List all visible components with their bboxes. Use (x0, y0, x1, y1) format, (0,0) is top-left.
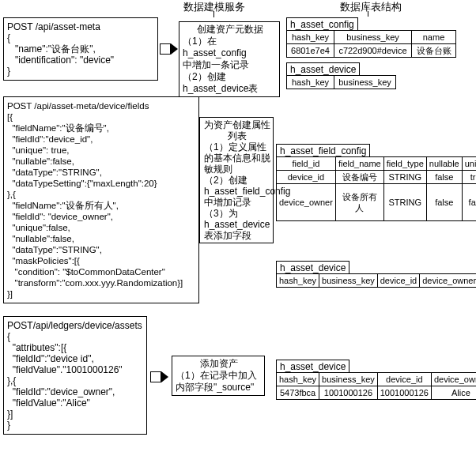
p1l4: （2）创建 (183, 71, 278, 83)
r2l8: "dataTypeSetting":{"maxLength":20} (7, 179, 157, 188)
hdr-line-r (368, 11, 368, 17)
t4h2: business_key (319, 274, 378, 288)
table-h-asset-device-cols: hash_key business_key device_id device_o… (276, 273, 476, 288)
p1l5: h_asset_device表 (183, 83, 278, 95)
t4h3: device_id (377, 274, 419, 288)
r3l10: } (7, 420, 10, 431)
r1l5: } (7, 66, 10, 77)
arrow-3 (150, 371, 168, 385)
r1l1: POST /api/asset-meta (7, 21, 100, 32)
t4h1: hash_key (277, 274, 319, 288)
r2l12: "unique":false, (7, 223, 70, 232)
r2l10: "fieldName":"设备所有人", (7, 201, 119, 210)
t3r2c2: 设备所有人 (335, 184, 383, 221)
r3l4: "fieldId":"device id", (7, 353, 94, 364)
t5d2: 1001000126 (319, 386, 378, 400)
t3r1c5: true (462, 171, 476, 184)
r2l13: "nullable":false, (7, 234, 74, 243)
process-box-2: 为资产创建属性列表 （1）定义属性的基本信息和脱敏规则 （2）创建h_asset… (199, 117, 274, 243)
header-center: 数据建模服务 (183, 0, 245, 14)
request-box-1: POST /api/asset-meta { "name":"设备台账", "i… (3, 17, 158, 81)
r2l17: "transform":"com.xxx.yyy.Randomization}] (7, 278, 183, 288)
r3l5: "fieldValue"."1001000126" (7, 364, 123, 375)
r2l4: "fieldId":"device_id", (7, 134, 93, 144)
r2l6: "nullable":false, (7, 156, 74, 166)
t1d3: 设备台账 (412, 44, 456, 58)
t4h4: device_owner (420, 274, 476, 288)
t3r1c4: false (426, 171, 462, 184)
r1l2: { (7, 32, 10, 43)
t3r1c3: STRING (383, 171, 426, 184)
t3h3: field_type (383, 157, 426, 171)
p1l2: （1）在h_asset_config (183, 36, 278, 59)
t2h1: hash_key (287, 76, 334, 89)
p2l3: （2）创建h_asset_field_config中增加记录 (204, 175, 270, 208)
t1h1: hash_key (287, 31, 334, 44)
p3l2: （1）在记录中加入内部字段"_source" (176, 370, 263, 394)
table-h-asset-device-empty: hash_keybusiness_key (286, 75, 396, 89)
r3l3: "attributes":[{ (7, 342, 66, 353)
table-h-asset-config: hash_keybusiness_keyname 6801e7e4c722d90… (286, 30, 456, 58)
p2l1: 为资产创建属性列表 (204, 119, 270, 141)
r1l4: "identification": "device" (7, 55, 114, 66)
table-h-asset-device-data: hash_key business_key device_id device_o… (276, 372, 476, 400)
t5d3: 1001000126 (377, 386, 431, 400)
t3r2c3: STRING (383, 184, 426, 221)
t3h2: field_name (335, 157, 383, 171)
process-box-3: 添加资产 （1）在记录中加入内部字段"_source" (172, 356, 265, 396)
t3r1c2: 设备编号 (335, 171, 383, 184)
t1d1: 6801e7e4 (287, 44, 334, 58)
r2l11: "fieldId": "device_owner", (7, 212, 113, 221)
r2l16: "condition": "$toCommonDataCenter" (7, 267, 165, 277)
t3h4: nullable (426, 157, 462, 171)
header-right: 数据库表结构 (340, 0, 402, 14)
p2l2: （1）定义属性的基本信息和脱敏规则 (204, 141, 270, 175)
r3l8: "fieldValue":"Alice" (7, 397, 90, 409)
p3l1: 添加资产 (176, 358, 263, 370)
t1d2: c722d900#device (334, 44, 412, 58)
t3h5: unique (462, 157, 476, 171)
t3r1c1: device_id (277, 171, 336, 184)
request-box-2: POST /api/asset-meta/device/fields [{ "f… (3, 96, 199, 303)
r2l18: }] (7, 289, 13, 299)
t5d1: 5473fbca (277, 386, 319, 400)
t1h3: name (412, 31, 456, 44)
request-box-3: POST/api/ledgers/device/assets { "attrib… (3, 316, 147, 435)
table2-name: h_asset_device (286, 62, 360, 76)
r2l3: "fieldName":"设备编号", (7, 123, 109, 133)
p1l1: 创建资产元数据 (183, 24, 278, 36)
t5h2: business_key (319, 373, 378, 386)
p1l3: 中增加一条记录 (183, 59, 278, 71)
table3-name: h_asset_field_config (276, 144, 370, 157)
table5-name: h_asset_device (276, 360, 349, 373)
r2l15: "maskPolicies":[{ (7, 256, 80, 266)
r2l1: POST /api/asset-meta/device/fields (7, 101, 149, 111)
t2h2: business_key (334, 76, 396, 89)
t5h1: hash_key (277, 373, 319, 386)
t3r2c4: false (426, 184, 462, 221)
r2l14: "dataType":"STRING", (7, 245, 102, 254)
table4-name: h_asset_device (276, 261, 349, 274)
r1l3: "name":"设备台账", (7, 43, 96, 55)
arrow-1 (160, 43, 178, 57)
table-h-asset-field-config: field_id field_name field_type nullable … (276, 156, 476, 221)
process-box-1: 创建资产元数据 （1）在h_asset_config 中增加一条记录 （2）创建… (179, 21, 280, 97)
t5h3: device_id (377, 373, 431, 386)
r3l9: }] (7, 409, 13, 420)
r2l9: },{ (7, 190, 16, 199)
table1-name: h_asset_config (286, 17, 358, 31)
hdr-line-c (213, 11, 214, 17)
r3l1: POST/api/ledgers/device/assets (7, 320, 142, 331)
diagram-root: 数据建模服务 数据库表结构 POST /api/asset-meta { "na… (0, 0, 476, 452)
r3l2: { (7, 331, 10, 342)
t3h1: field_id (277, 157, 336, 171)
r3l6: },{ (7, 375, 16, 386)
r2l5: "unique": true, (7, 145, 70, 155)
r2l7: "dataType":"STRING", (7, 168, 102, 177)
t5d4: Alice (431, 386, 476, 400)
r2l2: [{ (7, 112, 13, 122)
t1h2: business_key (334, 31, 412, 44)
p2l4: （3）为h_asset_device表添加字段 (204, 208, 270, 241)
r3l7: "fieldId":"device_owner", (7, 386, 115, 397)
t5h4: device_owner (431, 373, 476, 386)
